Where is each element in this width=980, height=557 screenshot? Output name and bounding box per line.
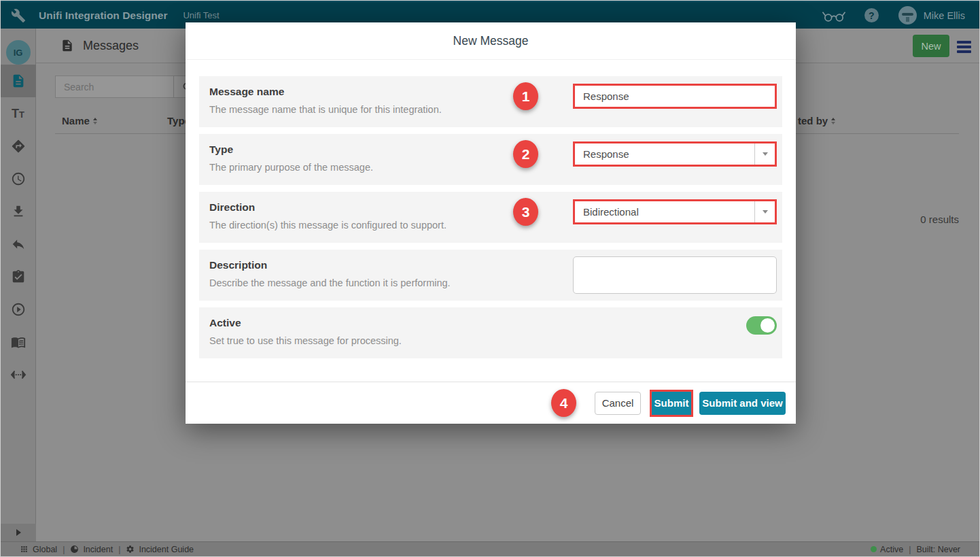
app-window: Unifi Integration Designer Unifi Test ? …: [0, 0, 980, 557]
wrench-icon: [11, 8, 26, 23]
new-message-dialog: New Message Message name The message nam…: [186, 22, 796, 424]
top-bar-actions: ? Mike Ellis: [822, 6, 979, 24]
active-status: Active: [880, 545, 903, 554]
text-icon: Tt: [12, 107, 24, 121]
dropdown-button[interactable]: [754, 144, 775, 165]
sidebar-item-import[interactable]: [1, 195, 36, 228]
results-count: 0 results: [920, 214, 959, 225]
messages-icon: [60, 39, 74, 52]
avatar-glasses: [902, 13, 913, 16]
menu-icon[interactable]: [957, 41, 971, 53]
sidebar-item-processes[interactable]: [1, 130, 36, 163]
column-header-name[interactable]: Name: [62, 115, 97, 126]
sort-icon: [831, 118, 835, 124]
new-button[interactable]: New: [913, 35, 949, 57]
tasks-icon: [11, 269, 26, 284]
direction-select[interactable]: Bidirectional: [573, 199, 777, 224]
process-icon: [11, 139, 26, 154]
dialog-title: New Message: [186, 22, 796, 60]
toggle-knob: [760, 318, 775, 333]
sidebar-item-messages[interactable]: [1, 65, 36, 97]
field-label: Active: [209, 317, 782, 329]
search-bar: [55, 75, 201, 98]
field-row-active: Active Set true to use this message for …: [199, 307, 782, 358]
active-toggle[interactable]: [746, 316, 777, 335]
glasses-icon[interactable]: [822, 9, 846, 22]
message-name-input[interactable]: [573, 84, 777, 109]
chevron-down-icon: [763, 210, 768, 214]
sidebar-item-tasks[interactable]: [1, 260, 36, 293]
incident-icon: [70, 545, 79, 554]
help-icon[interactable]: ?: [864, 8, 879, 22]
annotation-badge-4: 4: [551, 389, 576, 417]
annotation-badge-1: 1: [513, 82, 538, 110]
documents-icon: [11, 73, 26, 88]
annotation-badge-2: 2: [513, 140, 538, 168]
download-icon: [11, 204, 26, 219]
search-input[interactable]: [55, 75, 174, 98]
field-row-direction: Direction The direction(s) this message …: [199, 192, 782, 243]
workspace-name[interactable]: Unifi Test: [183, 10, 219, 20]
page-title: Messages: [83, 39, 139, 53]
sidebar-expand-button[interactable]: [1, 524, 36, 541]
field-row-message-name: Message name The message name that is un…: [199, 76, 782, 127]
scope-global[interactable]: Global: [20, 545, 57, 554]
sidebar-item-fields[interactable]: Tt: [1, 97, 36, 130]
code-icon: [10, 367, 27, 382]
app-title: Unifi Integration Designer: [39, 10, 167, 22]
dialog-form: Message name The message name that is un…: [199, 76, 782, 365]
sidebar-item-run[interactable]: [1, 293, 36, 326]
type-select-value: Response: [575, 148, 754, 160]
gear-icon: [126, 545, 135, 554]
column-header-updated-by[interactable]: ted by: [798, 115, 835, 126]
sidebar-item-code[interactable]: [1, 358, 36, 391]
dropdown-button[interactable]: [754, 201, 775, 222]
annotation-highlight-submit: Submit: [650, 390, 693, 417]
built-status: Built: Never: [916, 545, 960, 554]
cancel-button[interactable]: Cancel: [595, 392, 641, 415]
submit-button[interactable]: Submit: [652, 392, 691, 415]
dialog-footer: 4 Cancel Submit Submit and view: [186, 382, 796, 424]
scope-incident-guide[interactable]: Incident Guide: [126, 545, 194, 554]
sort-icon: [93, 118, 97, 124]
annotation-badge-3: 3: [513, 198, 538, 226]
type-select[interactable]: Response: [573, 141, 777, 167]
left-sidebar: IG Tt: [1, 29, 36, 541]
field-description: Set true to use this message for process…: [209, 335, 782, 346]
field-row-description: Description Describe the message and the…: [199, 250, 782, 301]
sidebar-item-history[interactable]: [1, 163, 36, 195]
scope-incident[interactable]: Incident: [70, 545, 113, 554]
grid-icon: [20, 545, 29, 554]
active-status-dot: [871, 546, 877, 552]
documentation-icon: [11, 335, 26, 350]
sidebar-item-responses[interactable]: [1, 228, 36, 260]
integration-avatar[interactable]: IG: [6, 40, 31, 65]
status-bar: Global | Incident | Incident Guide Activ…: [1, 541, 979, 556]
submit-and-view-button[interactable]: Submit and view: [699, 392, 786, 415]
reply-icon: [11, 237, 26, 252]
user-name[interactable]: Mike Ellis: [924, 10, 965, 21]
history-icon: [11, 171, 26, 186]
run-icon: [11, 302, 26, 317]
user-avatar[interactable]: [898, 6, 917, 24]
field-row-type: Type The primary purpose of the message.…: [199, 134, 782, 185]
sidebar-item-documentation[interactable]: [1, 326, 36, 358]
description-textarea[interactable]: [573, 256, 777, 294]
chevron-down-icon: [763, 152, 768, 156]
chevron-right-icon: [16, 529, 21, 536]
avatar-chin: [906, 17, 909, 22]
direction-select-value: Bidirectional: [575, 206, 754, 218]
